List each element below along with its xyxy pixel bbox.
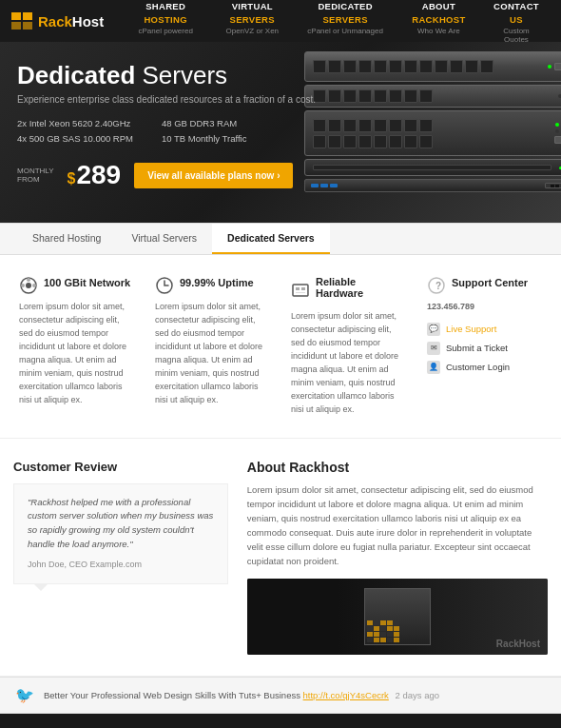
feature-uptime-title: 99.99% Uptime (180, 277, 254, 288)
feature-uptime: 99.99% Uptime Lorem ipsum dolor sit amet… (149, 276, 276, 417)
review-quote: "Rackhost helped me with a professional … (13, 483, 228, 585)
svg-rect-2 (11, 22, 21, 30)
price-display: $ 289 (68, 160, 122, 190)
support-ticket-link[interactable]: ✉ Submit a Ticket (427, 339, 542, 358)
about-section: About Rackhost Lorem ipsum dolor sit ame… (247, 460, 548, 655)
tab-virtual-servers[interactable]: Virtual Servers (116, 224, 212, 254)
feature-hardware-body: Lorem ipsum dolor sit amet, consectetur … (291, 310, 406, 417)
support-icon: ? (427, 276, 446, 295)
hero-content: Dedicated Servers Experience enterprise … (17, 61, 544, 204)
twitter-link[interactable]: http://t.co/qjY4sCecrk (303, 690, 389, 700)
support-links-list: 💬 Live Support ✉ Submit a Ticket 👤 Custo… (427, 320, 542, 377)
feature-uptime-body: Lorem ipsum dolor sit amet, consectetur … (155, 301, 270, 407)
svg-point-8 (27, 278, 30, 282)
about-body: Lorem ipsum dolor sit amet, consectetur … (247, 482, 548, 569)
svg-point-6 (21, 284, 25, 287)
about-title: About Rackhost (247, 460, 548, 475)
feature-hardware: Reliable Hardware Lorem ipsum dolor sit … (285, 276, 412, 417)
feature-support-title: Support Center (452, 277, 528, 288)
nav-contact[interactable]: CONTACT US Custom Quotes (483, 0, 550, 44)
hardware-icon (291, 281, 310, 300)
footer: Our Services Dedicated Servers Virtual S… (0, 714, 561, 728)
svg-rect-3 (23, 22, 32, 30)
twitter-bar: 🐦 Better Your Professional Web Design Sk… (0, 677, 561, 714)
monthly-label: MONTHLY FROM (17, 167, 54, 184)
svg-point-5 (26, 283, 31, 288)
feature-network-title: 100 GBit Network (44, 277, 130, 288)
about-image: RackHost (247, 579, 548, 655)
support-live-link[interactable]: 💬 Live Support (427, 320, 542, 339)
nav-about[interactable]: ABOUT RACKHOST Who We Are (395, 0, 483, 44)
hero-title: Dedicated Servers (17, 61, 544, 90)
svg-rect-1 (23, 12, 32, 20)
header: RackHost SHARED HOSTING cPanel powered V… (0, 0, 561, 42)
logo-text: RackHost (38, 13, 104, 30)
twitter-icon: 🐦 (15, 686, 34, 704)
logo[interactable]: RackHost (11, 12, 104, 30)
twitter-message: Better Your Professional Web Design Skil… (44, 690, 439, 700)
feature-network-body: Lorem ipsum dolor sit amet, consectetur … (19, 301, 134, 407)
hero-spec-col-1: 2x Intel Xeon 5620 2.40GHz 4x 500 GB SAS… (17, 116, 133, 147)
svg-rect-10 (293, 285, 308, 296)
reviewer-name: John Doe, CEO Example.com (28, 551, 214, 572)
main-nav: SHARED HOSTING cPanel powered VIRTUAL SE… (123, 0, 550, 44)
support-login-link[interactable]: 👤 Customer Login (427, 358, 542, 377)
feature-hardware-title: Reliable Hardware (316, 276, 406, 299)
network-icon (19, 276, 38, 295)
nav-shared-hosting[interactable]: SHARED HOSTING cPanel powered (123, 0, 208, 44)
svg-text:?: ? (435, 281, 441, 291)
svg-point-7 (32, 284, 36, 287)
tab-dedicated-servers[interactable]: Dedicated Servers (212, 224, 330, 254)
tabs-bar: Shared Hosting Virtual Servers Dedicated… (0, 223, 561, 255)
features-section: 100 GBit Network Lorem ipsum dolor sit a… (0, 255, 561, 439)
hero-specs: 2x Intel Xeon 5620 2.40GHz 4x 500 GB SAS… (17, 116, 544, 147)
feature-network: 100 GBit Network Lorem ipsum dolor sit a… (13, 276, 140, 417)
uptime-icon (155, 276, 174, 295)
hero-pricing: MONTHLY FROM $ 289 View all available pl… (17, 160, 544, 190)
svg-rect-12 (301, 287, 305, 290)
tab-shared-hosting[interactable]: Shared Hosting (17, 224, 116, 254)
hero-spec-col-2: 48 GB DDR3 RAM 10 TB Monthly Traffic (162, 116, 246, 147)
hero-subtitle: Experience enterprise class dedicated re… (17, 94, 544, 105)
content-section: Customer Review "Rackhost helped me with… (0, 439, 561, 677)
nav-dedicated-servers[interactable]: DEDICATED SERVERS cPanel or Unmanaged (296, 0, 394, 44)
svg-rect-11 (296, 287, 300, 290)
feature-support: ? Support Center 123.456.789 💬 Live Supp… (421, 276, 548, 417)
twitter-time: 2 days ago (396, 690, 439, 700)
hero-section: Dedicated Servers Experience enterprise … (0, 42, 561, 223)
svg-rect-0 (11, 12, 21, 20)
view-plans-button[interactable]: View all available plans now › (134, 163, 293, 188)
svg-rect-13 (296, 292, 305, 293)
support-phone: 123.456.789 (427, 301, 542, 314)
nav-virtual-servers[interactable]: VIRTUAL SERVERS OpenVZ or Xen (208, 0, 296, 44)
customer-review: Customer Review "Rackhost helped me with… (13, 460, 228, 655)
review-title: Customer Review (13, 460, 228, 474)
